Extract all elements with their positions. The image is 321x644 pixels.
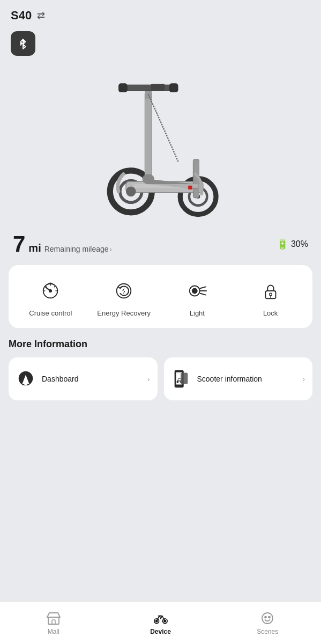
mileage-value: 7 [13, 233, 25, 255]
mall-icon [46, 611, 61, 626]
svg-rect-15 [151, 84, 165, 91]
mileage-section: 7 mi Remaining mileage › [13, 233, 112, 255]
bluetooth-button[interactable] [11, 31, 35, 56]
svg-point-18 [126, 187, 136, 197]
stats-row: 7 mi Remaining mileage › 🔋 30% [0, 233, 321, 255]
dashboard-icon [16, 368, 35, 390]
svg-rect-14 [169, 83, 178, 92]
device-label: Device [150, 628, 171, 635]
lock-icon [258, 278, 283, 304]
remaining-mileage-link[interactable]: Remaining mileage › [44, 245, 112, 253]
scooter-info-label: Scooter information [197, 375, 296, 383]
svg-rect-40 [181, 373, 188, 384]
scenes-icon [260, 611, 275, 626]
svg-rect-43 [52, 620, 55, 624]
lock-label: Lock [263, 309, 278, 317]
svg-line-28 [200, 287, 206, 288]
battery-icon: 🔋 [277, 238, 288, 250]
info-cards-row: Dashboard › [9, 357, 312, 400]
chevron-right-icon: › [110, 245, 112, 253]
dashboard-card[interactable]: Dashboard › [9, 357, 158, 400]
svg-point-50 [268, 616, 270, 618]
svg-rect-13 [118, 83, 128, 92]
battery-percentage: 30% [291, 239, 308, 249]
bluetooth-icon [17, 38, 29, 49]
swap-icon[interactable]: ⇄ [37, 10, 45, 21]
svg-point-46 [155, 620, 157, 621]
svg-point-35 [24, 383, 27, 386]
nav-mall[interactable]: Mall [0, 605, 107, 641]
svg-point-47 [164, 620, 166, 621]
svg-point-25 [49, 290, 52, 292]
svg-point-49 [265, 616, 266, 618]
more-info-section: More Information Dashboard › [0, 339, 321, 400]
dashboard-label: Dashboard [42, 375, 141, 383]
energy-recovery-label: Energy Recovery [97, 309, 151, 317]
scooter-image-area [0, 56, 321, 233]
mileage-unit: mi [28, 242, 41, 254]
dashboard-arrow-icon: › [147, 375, 150, 383]
light-label: Light [190, 309, 205, 317]
lock-button[interactable]: Lock [234, 278, 307, 317]
header: S40 ⇄ [0, 0, 321, 27]
device-title: S40 [11, 9, 32, 23]
battery-section: 🔋 30% [277, 238, 308, 250]
cruise-control-button[interactable]: Cruise control [14, 278, 87, 317]
light-button[interactable]: Light [161, 278, 234, 317]
scooter-svg [91, 61, 230, 222]
scooter-info-arrow-icon: › [303, 375, 305, 383]
svg-point-38 [176, 381, 178, 383]
svg-rect-12 [121, 85, 175, 91]
nav-device[interactable]: Device [107, 605, 214, 641]
scooter-info-card[interactable]: Scooter information › [164, 357, 313, 400]
svg-point-48 [262, 613, 273, 624]
scenes-label: Scenes [257, 628, 278, 635]
svg-rect-7 [145, 92, 152, 184]
svg-point-31 [192, 288, 197, 294]
light-icon [184, 278, 210, 304]
svg-rect-41 [48, 617, 59, 624]
svg-rect-17 [188, 186, 192, 189]
energy-recovery-icon [111, 278, 137, 304]
device-icon [153, 611, 168, 626]
controls-card: Cruise control Energy Recovery [9, 265, 312, 328]
svg-line-30 [200, 294, 206, 295]
more-info-title: More Information [9, 339, 312, 350]
scooter-image [91, 61, 230, 222]
mall-label: Mall [48, 628, 59, 635]
svg-line-23 [54, 286, 56, 288]
cruise-control-label: Cruise control [29, 309, 72, 317]
cruise-control-icon [38, 278, 63, 304]
bottom-nav: Mall Device [0, 601, 321, 644]
nav-scenes[interactable]: Scenes [214, 605, 321, 641]
energy-recovery-button[interactable]: Energy Recovery [87, 278, 161, 317]
scooter-info-icon [171, 368, 191, 390]
